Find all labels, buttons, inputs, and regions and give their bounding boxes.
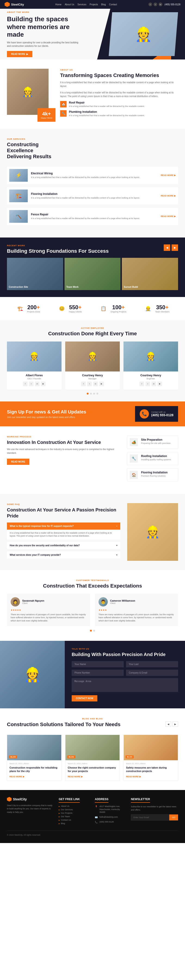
recent-work-tag: RECENT WORK	[7, 244, 109, 247]
team-yt-3[interactable]: ▶	[158, 382, 162, 386]
team-yt-2[interactable]: ▶	[99, 382, 104, 386]
form-last-input[interactable]	[126, 661, 178, 667]
fence-text: It is a long established fact that a rea…	[31, 217, 158, 220]
nav-blog[interactable]: Blog	[101, 3, 106, 6]
fence-read-more[interactable]: READ MORE ▶	[161, 215, 176, 218]
team-tw-2[interactable]: t	[87, 382, 92, 386]
blog-prev-arrow[interactable]: ◀	[166, 721, 171, 727]
team-img-1: 👷	[7, 342, 61, 371]
footer-link-projects[interactable]: Our Projects	[59, 812, 90, 814]
footer-link-services[interactable]: Our Services	[59, 808, 90, 811]
stat-projects-icon: 🏗️	[16, 304, 25, 313]
faq-image-area: 👷	[127, 503, 178, 561]
process-steps: 🏕️ Site Preparation Preparing the site w…	[127, 436, 178, 485]
instagram-icon[interactable]: in	[159, 3, 162, 6]
blog-read-more-2[interactable]: READ MORE ▶	[68, 775, 83, 778]
stat-label: Happy Clients	[41, 117, 52, 119]
electrical-text: It is a long established fact that a rea…	[31, 176, 158, 179]
newsletter-submit-button[interactable]: GO	[169, 815, 178, 821]
plumbing-text: It is a long established fact that a rea…	[69, 114, 145, 117]
addr-phone-text: (405) 555-0128	[100, 821, 114, 823]
hero-subtitle: We have been operating for over a decade…	[7, 41, 81, 48]
footer-link-blog[interactable]: Blog	[59, 822, 90, 824]
flooring-read-more[interactable]: READ MORE ▶	[161, 195, 176, 197]
footer-links-col: GET FREE LINK About Us Our Services Our …	[59, 797, 90, 826]
footer-link-team[interactable]: Our Team	[59, 815, 90, 818]
social-icons: f t in	[148, 3, 162, 6]
team-li-1[interactable]: in	[35, 382, 40, 386]
team-li-2[interactable]: in	[93, 382, 98, 386]
phone-icon: 📞	[95, 821, 98, 823]
service-electrical: ⚡ Electrical Wiring It is a long establi…	[7, 167, 178, 184]
newsletter-input[interactable]	[131, 815, 169, 821]
blog-card-2: BLOG March 22, 2022 | Admin Choose the r…	[65, 735, 120, 781]
services-title: Constructing Excellence Delivering Resul…	[7, 142, 53, 160]
team-tw-3[interactable]: t	[145, 382, 150, 386]
blog-category-1: BLOG	[9, 756, 17, 759]
team-fb-2[interactable]: f	[81, 382, 86, 386]
twitter-icon[interactable]: t	[154, 3, 157, 6]
services-tag: OUR SERVICES	[7, 138, 53, 140]
blog-grid: BLOG March 22, 2022 | Admin Construction…	[7, 735, 178, 781]
form-phone-input[interactable]	[72, 670, 124, 676]
nav-home[interactable]: Home	[55, 3, 61, 6]
work-prev-arrow[interactable]: ◀	[164, 244, 170, 251]
services-left: OUR SERVICES Constructing Excellence Del…	[7, 138, 53, 162]
team-name-2: Courtney Henry	[65, 374, 120, 377]
blog-meta-2: March 22, 2022 | Admin	[68, 762, 117, 765]
work-item-3[interactable]: Sunset Build	[122, 258, 178, 290]
faq-question-1[interactable]: What is the typical response time for IT…	[7, 522, 120, 530]
team-dot-2[interactable]	[90, 393, 92, 395]
team-dot-3[interactable]	[93, 393, 95, 395]
team-li-3[interactable]: in	[151, 382, 156, 386]
work-item-1[interactable]: Construction Site	[7, 258, 63, 290]
footer-link-contact[interactable]: Contact Us	[59, 819, 90, 821]
work-item-2[interactable]: Team Work	[64, 258, 121, 290]
team-tag: ACTIVE EMPLOYEE	[7, 327, 178, 329]
form-message-input[interactable]	[72, 678, 178, 692]
footer-link-about[interactable]: About Us	[59, 805, 90, 807]
t-dot-2[interactable]	[93, 630, 95, 632]
testimonial-2: 👨 Cameron Williamson Client ★★★★ There a…	[95, 593, 178, 626]
team-fb-1[interactable]: f	[23, 382, 27, 386]
facebook-icon[interactable]: f	[148, 3, 152, 6]
faq-tag: SOME FAQ	[7, 503, 120, 506]
electrical-read-more[interactable]: READ MORE ▶	[161, 174, 176, 177]
blog-read-more-1[interactable]: READ MORE ▶	[10, 775, 24, 778]
footer-address: 📍 4517 Washington Ave. Manchester, Kentu…	[95, 805, 126, 823]
nav-projects[interactable]: Projects	[90, 3, 98, 6]
faq-item-2: How do you ensure the security and confi…	[7, 542, 120, 549]
team-dot-1[interactable]	[87, 393, 88, 395]
stat-ongoing-icon: 📋	[99, 304, 108, 313]
blog-read-more-3[interactable]: READ MORE ▶	[126, 775, 141, 778]
work-label-1: Construction Site	[9, 286, 28, 288]
blog-next-arrow[interactable]: ▶	[172, 721, 178, 727]
t-dot-1[interactable]	[90, 630, 92, 632]
testimonial-avatar-1: 👩	[11, 597, 20, 606]
footer-addr-phone: 📞 (405) 555-0128	[95, 821, 126, 823]
blog-nav: ◀ ▶	[166, 721, 178, 727]
testimonial-stars-2: ★★★★	[98, 609, 174, 611]
email-icon: 📧	[95, 816, 98, 819]
process-cta-button[interactable]: READ MORE	[7, 459, 29, 465]
hero-cta-button[interactable]: READ MORE ▶	[7, 51, 32, 57]
footer-copyright: © 2024 SteelCity. All rights reserved.	[7, 834, 41, 836]
team-fb-3[interactable]: f	[140, 382, 144, 386]
testimonial-name-2: Cameron Williamson	[110, 599, 135, 602]
logo[interactable]: SteelCity	[5, 2, 24, 7]
hero-tag: ABOUT THE WORK	[7, 11, 81, 13]
nav-services[interactable]: Services	[77, 3, 86, 6]
contact-submit-button[interactable]: CONTACT NOW	[72, 695, 97, 702]
faq-question-3[interactable]: What services does your IT company provi…	[7, 551, 120, 558]
team-dot-4[interactable]	[97, 393, 98, 395]
nav-about[interactable]: About Us	[65, 3, 74, 6]
form-email-input[interactable]	[126, 670, 178, 676]
team-yt-1[interactable]: ▶	[41, 382, 45, 386]
faq-question-2[interactable]: How do you ensure the security and confi…	[7, 542, 120, 549]
nav-contact[interactable]: Contact	[109, 3, 117, 6]
work-next-arrow[interactable]: ▶	[172, 244, 178, 251]
stat-clients-number: 550+	[69, 304, 82, 310]
process-content: WORKING PROCESS Innovation In Constructi…	[7, 436, 120, 485]
form-name-input[interactable]	[72, 661, 124, 667]
team-tw-1[interactable]: t	[29, 382, 34, 386]
